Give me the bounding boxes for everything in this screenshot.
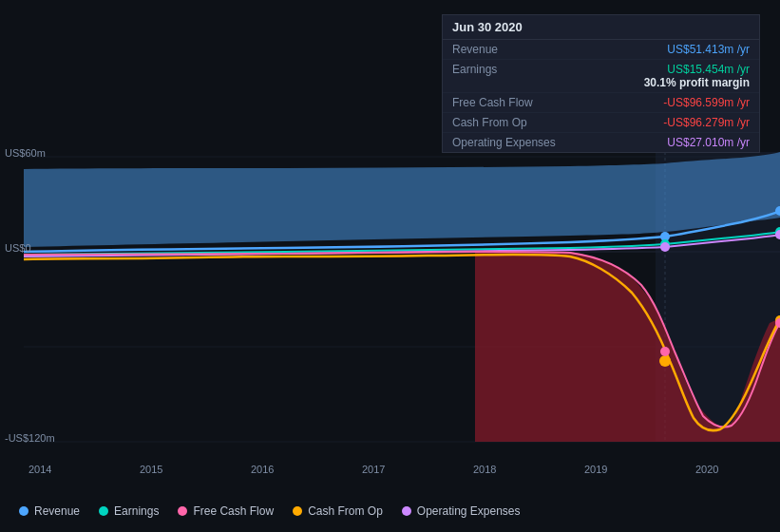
y-label-60m: US$60m xyxy=(5,147,46,159)
legend-dot-cashfromop xyxy=(293,506,302,516)
tooltip-row-revenue: Revenue US$51.413m /yr xyxy=(443,40,759,60)
legend-dot-fcf xyxy=(178,506,187,516)
legend-dot-revenue xyxy=(19,506,29,516)
legend-item-fcf[interactable]: Free Cash Flow xyxy=(178,504,274,518)
svg-point-15 xyxy=(659,355,671,367)
tooltip-value-opex: US$27.010m /yr xyxy=(667,136,750,149)
legend-item-revenue[interactable]: Revenue xyxy=(19,504,80,518)
tooltip-row-cashfromop: Cash From Op -US$96.279m /yr xyxy=(443,113,759,133)
legend-dot-earnings xyxy=(99,506,108,516)
legend-label-revenue: Revenue xyxy=(34,504,80,518)
svg-point-14 xyxy=(660,242,670,252)
tooltip-row-earnings: Earnings US$15.454m /yr 30.1% profit mar… xyxy=(443,60,759,93)
x-label-2017: 2017 xyxy=(362,464,385,475)
tooltip-label-cashfromop: Cash From Op xyxy=(452,116,527,129)
x-label-2018: 2018 xyxy=(473,464,496,475)
legend-label-earnings: Earnings xyxy=(114,504,159,518)
tooltip-label-opex: Operating Expenses xyxy=(452,136,556,149)
legend-item-opex[interactable]: Operating Expenses xyxy=(402,504,521,518)
tooltip-value-earnings: US$15.454m /yr xyxy=(644,63,750,76)
legend-label-opex: Operating Expenses xyxy=(417,504,521,518)
tooltip-label-fcf: Free Cash Flow xyxy=(452,96,533,109)
x-label-2016: 2016 xyxy=(251,464,274,475)
x-label-2019: 2019 xyxy=(584,464,607,475)
x-label-2020: 2020 xyxy=(695,464,718,475)
tooltip-value-revenue: US$51.413m /yr xyxy=(667,43,750,56)
svg-point-16 xyxy=(660,347,670,356)
chart-area: US$60m US$0 -US$120m 2014 2015 2016 2017… xyxy=(0,0,780,532)
tooltip-profit-margin: 30.1% profit margin xyxy=(644,76,750,89)
y-label-0: US$0 xyxy=(5,242,31,254)
tooltip-title: Jun 30 2020 xyxy=(443,15,759,40)
x-label-2015: 2015 xyxy=(140,464,162,475)
legend-label-fcf: Free Cash Flow xyxy=(193,504,274,518)
chart-legend: Revenue Earnings Free Cash Flow Cash Fro… xyxy=(19,504,521,518)
legend-item-earnings[interactable]: Earnings xyxy=(99,504,159,518)
legend-label-cashfromop: Cash From Op xyxy=(308,504,383,518)
tooltip-label-revenue: Revenue xyxy=(452,43,498,56)
legend-item-cashfromop[interactable]: Cash From Op xyxy=(293,504,383,518)
tooltip-box: Jun 30 2020 Revenue US$51.413m /yr Earni… xyxy=(442,14,760,153)
tooltip-value-fcf: -US$96.599m /yr xyxy=(663,96,750,109)
x-label-2014: 2014 xyxy=(29,464,51,475)
tooltip-label-earnings: Earnings xyxy=(452,63,497,89)
tooltip-row-opex: Operating Expenses US$27.010m /yr xyxy=(443,133,759,152)
tooltip-row-fcf: Free Cash Flow -US$96.599m /yr xyxy=(443,93,759,113)
y-label-neg120m: -US$120m xyxy=(5,432,55,444)
tooltip-value-cashfromop: -US$96.279m /yr xyxy=(663,116,750,129)
legend-dot-opex xyxy=(402,506,411,516)
